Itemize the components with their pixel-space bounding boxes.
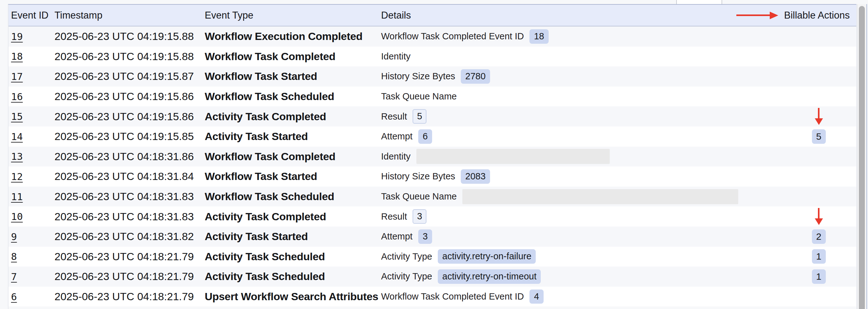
billable-actions-badge: 5	[812, 129, 826, 144]
event-timestamp: 2025-06-23 UTC 04:19:15.87	[55, 70, 205, 82]
event-id-link[interactable]: 19	[11, 31, 23, 42]
event-type: Activity Task Scheduled	[205, 250, 381, 263]
table-row[interactable]: 14 2025-06-23 UTC 04:19:15.85 Activity T…	[8, 127, 856, 147]
table-row[interactable]: 18 2025-06-23 UTC 04:19:15.88 Workflow T…	[8, 46, 856, 67]
event-timestamp: 2025-06-23 UTC 04:18:31.84	[55, 170, 205, 182]
detail-label: Identity	[381, 151, 411, 162]
table-body: 19 2025-06-23 UTC 04:19:15.88 Workflow E…	[8, 27, 856, 307]
event-id-link[interactable]: 18	[11, 51, 23, 62]
detail-label: Activity Type	[381, 251, 432, 262]
table-row[interactable]: 7 2025-06-23 UTC 04:18:21.79 Activity Ta…	[8, 267, 856, 287]
event-id-link[interactable]: 7	[11, 271, 17, 282]
detail-label: Result	[381, 211, 407, 222]
table-row[interactable]: 12 2025-06-23 UTC 04:18:31.84 Workflow T…	[8, 167, 856, 186]
table-row[interactable]: 11 2025-06-23 UTC 04:18:31.83 Workflow T…	[8, 186, 856, 207]
detail-value-badge: activity.retry-on-failure	[438, 249, 536, 264]
billable-actions-badge: 1	[812, 269, 826, 284]
red-down-arrow-icon	[815, 108, 823, 125]
table-row[interactable]: 6 2025-06-23 UTC 04:18:21.79 Upsert Work…	[8, 287, 856, 307]
event-type: Workflow Task Scheduled	[205, 90, 381, 103]
detail-label: Attempt	[381, 231, 412, 242]
table-row[interactable]: 19 2025-06-23 UTC 04:19:15.88 Workflow E…	[8, 27, 856, 46]
detail-label: Task Queue Name	[381, 191, 457, 202]
detail-label: Result	[381, 111, 407, 122]
event-timestamp: 2025-06-23 UTC 04:18:21.79	[55, 290, 205, 303]
detail-value-badge: 2780	[461, 69, 490, 84]
event-type: Activity Task Started	[205, 130, 381, 142]
event-timestamp: 2025-06-23 UTC 04:19:15.86	[55, 90, 205, 103]
event-type: Activity Task Completed	[205, 110, 381, 123]
table-row[interactable]: 15 2025-06-23 UTC 04:19:15.86 Activity T…	[8, 106, 856, 127]
red-down-arrow-icon	[815, 208, 823, 225]
detail-label: History Size Bytes	[381, 171, 455, 181]
event-id-link[interactable]: 6	[11, 291, 17, 302]
billable-actions-badge: 2	[812, 229, 826, 244]
detail-label: History Size Bytes	[381, 71, 455, 81]
table-row[interactable]: 16 2025-06-23 UTC 04:19:15.86 Workflow T…	[8, 87, 856, 107]
detail-value-badge: activity.retry-on-timeout	[438, 269, 541, 284]
event-type: Activity Task Completed	[205, 210, 381, 223]
event-id-link[interactable]: 16	[11, 91, 23, 102]
event-id-link[interactable]: 15	[11, 111, 23, 122]
event-timestamp: 2025-06-23 UTC 04:19:15.85	[55, 130, 205, 142]
red-right-arrow-icon	[736, 12, 778, 19]
column-header-timestamp[interactable]: Timestamp	[55, 10, 205, 21]
event-type: Workflow Task Completed	[205, 150, 381, 163]
event-type: Workflow Task Started	[205, 70, 381, 82]
billable-actions-badge: 1	[812, 249, 826, 264]
event-timestamp: 2025-06-23 UTC 04:18:31.82	[55, 230, 205, 243]
event-timestamp: 2025-06-23 UTC 04:19:15.88	[55, 30, 205, 42]
event-id-link[interactable]: 8	[11, 251, 17, 262]
event-type: Workflow Task Completed	[205, 50, 381, 63]
column-header-billable-actions[interactable]: Billable Actions	[784, 10, 850, 21]
detail-label: Activity Type	[381, 271, 432, 282]
column-header-details[interactable]: Details	[381, 10, 736, 21]
panel-edge-divider	[866, 4, 867, 309]
event-history-table: Event ID Timestamp Event Type Details Bi…	[8, 4, 856, 309]
detail-value-badge	[462, 189, 738, 204]
event-type: Activity Task Scheduled	[205, 270, 381, 282]
event-id-link[interactable]: 11	[11, 191, 23, 202]
column-header-event-id[interactable]: Event ID	[8, 10, 55, 21]
event-type: Workflow Task Started	[205, 170, 381, 182]
table-row[interactable]: 10 2025-06-23 UTC 04:18:31.83 Activity T…	[8, 206, 856, 227]
truncated-top-control[interactable]	[676, 0, 722, 4]
detail-value-badge: 18	[529, 29, 548, 44]
event-id-link[interactable]: 14	[11, 131, 23, 142]
event-id-link[interactable]: 10	[11, 211, 23, 222]
column-header-event-type[interactable]: Event Type	[205, 10, 381, 21]
event-id-link[interactable]: 12	[11, 171, 23, 182]
event-type: Workflow Execution Completed	[205, 30, 381, 42]
vertical-scrollbar-thumb[interactable]	[859, 6, 865, 309]
event-id-link[interactable]: 13	[11, 151, 23, 162]
vertical-scrollbar[interactable]	[857, 4, 866, 309]
table-row[interactable]: 13 2025-06-23 UTC 04:18:31.86 Workflow T…	[8, 147, 856, 167]
event-timestamp: 2025-06-23 UTC 04:19:15.86	[55, 110, 205, 123]
table-row[interactable]: 8 2025-06-23 UTC 04:18:21.79 Activity Ta…	[8, 247, 856, 267]
event-type: Activity Task Started	[205, 230, 381, 243]
table-row[interactable]: 9 2025-06-23 UTC 04:18:31.82 Activity Ta…	[8, 227, 856, 247]
detail-value-badge: 5	[412, 109, 427, 124]
table-header-row: Event ID Timestamp Event Type Details Bi…	[8, 5, 856, 27]
event-timestamp: 2025-06-23 UTC 04:18:21.79	[55, 270, 205, 282]
detail-label: Task Queue Name	[381, 91, 457, 102]
detail-value-badge: 3	[418, 229, 432, 244]
detail-value-badge: 2083	[461, 169, 490, 184]
detail-label: Workflow Task Completed Event ID	[381, 291, 524, 302]
event-timestamp: 2025-06-23 UTC 04:18:31.86	[55, 150, 205, 163]
detail-value-badge	[416, 149, 610, 164]
detail-value-badge: 4	[529, 289, 543, 304]
detail-value-badge: 3	[412, 209, 427, 224]
event-type: Workflow Task Scheduled	[205, 191, 381, 203]
event-id-link[interactable]: 17	[11, 71, 23, 82]
event-type: Upsert Workflow Search Attributes	[205, 290, 381, 303]
table-row[interactable]: 17 2025-06-23 UTC 04:19:15.87 Workflow T…	[8, 66, 856, 87]
event-id-link[interactable]: 9	[11, 231, 17, 242]
event-timestamp: 2025-06-23 UTC 04:18:31.83	[55, 191, 205, 203]
detail-label: Identity	[381, 51, 411, 62]
detail-value-badge: 6	[418, 129, 432, 144]
event-timestamp: 2025-06-23 UTC 04:18:31.83	[55, 210, 205, 223]
detail-label: Attempt	[381, 131, 412, 142]
detail-label: Workflow Task Completed Event ID	[381, 31, 524, 41]
event-timestamp: 2025-06-23 UTC 04:19:15.88	[55, 50, 205, 63]
